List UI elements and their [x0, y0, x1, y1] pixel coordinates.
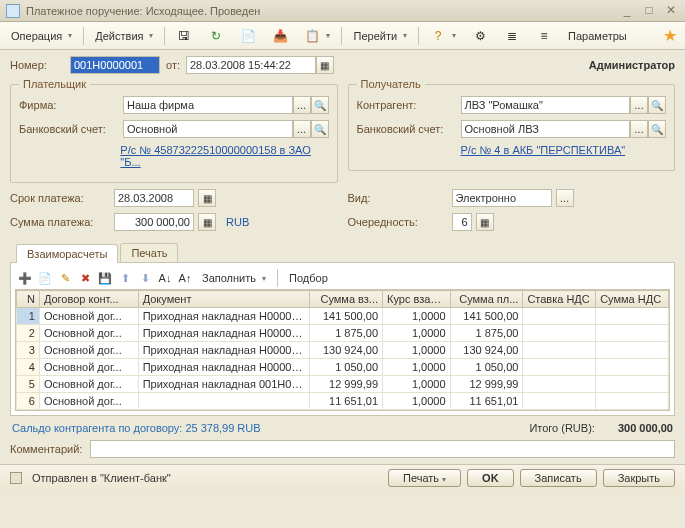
- maximize-icon[interactable]: □: [641, 4, 657, 18]
- payer-account-input[interactable]: Основной: [123, 120, 293, 138]
- payee-details-link[interactable]: Р/с № 4 в АКБ "ПЕРСПЕКТИВА": [461, 144, 626, 156]
- save-icon[interactable]: 🖫: [169, 25, 199, 47]
- select-icon[interactable]: …: [630, 96, 648, 114]
- col-doc[interactable]: Документ: [138, 291, 310, 308]
- col-contract[interactable]: Договор конт...: [39, 291, 138, 308]
- window-title: Платежное поручение: Исходящее. Проведен: [26, 5, 619, 17]
- payer-account-label: Банковский счет:: [19, 123, 119, 135]
- payee-account-input[interactable]: Основной ЛВЗ: [461, 120, 631, 138]
- save-grid-icon[interactable]: 💾: [97, 270, 113, 286]
- close-button[interactable]: Закрыть: [603, 469, 675, 487]
- search-icon[interactable]: 🔍: [311, 120, 329, 138]
- sum-label: Сумма платежа:: [10, 216, 110, 228]
- comment-label: Комментарий:: [10, 443, 90, 455]
- fill-button[interactable]: Заполнить: [197, 271, 271, 285]
- goto-menu[interactable]: Перейти: [346, 27, 414, 45]
- col-rate[interactable]: Курс взаи...: [383, 291, 451, 308]
- copy-dropdown-icon[interactable]: 📋: [297, 25, 337, 47]
- tab-settlements[interactable]: Взаиморасчеты: [16, 244, 118, 263]
- search-icon[interactable]: 🔍: [311, 96, 329, 114]
- due-date-input[interactable]: 28.03.2008: [114, 189, 194, 207]
- sent-to-bank-label: Отправлен в "Клиент-банк": [32, 472, 171, 484]
- number-input[interactable]: 001H0000001: [70, 56, 160, 74]
- balance-label: Сальдо контрагента по договору: 25 378,9…: [12, 422, 261, 434]
- total-value: 300 000,00: [618, 422, 673, 434]
- select-icon[interactable]: …: [556, 189, 574, 207]
- user-label: Администратор: [589, 59, 675, 71]
- queue-input[interactable]: 6: [452, 213, 472, 231]
- tab-print[interactable]: Печать: [120, 243, 178, 262]
- sort-asc-icon[interactable]: A↓: [157, 270, 173, 286]
- calculator-icon[interactable]: ▦: [198, 213, 216, 231]
- list-icon[interactable]: ≣: [497, 25, 527, 47]
- payee-legend: Получатель: [357, 78, 425, 90]
- col-ndssum[interactable]: Сумма НДС: [596, 291, 669, 308]
- star-icon[interactable]: ★: [663, 26, 681, 45]
- parameters-button[interactable]: Параметры: [561, 27, 634, 45]
- payee-account-label: Банковский счет:: [357, 123, 457, 135]
- actions-menu[interactable]: Действия: [88, 27, 160, 45]
- minimize-icon[interactable]: _: [619, 4, 635, 18]
- select-icon[interactable]: …: [630, 120, 648, 138]
- payer-legend: Плательщик: [19, 78, 90, 90]
- table-row[interactable]: 6 Основной дог... 11 651,011,0000 11 651…: [17, 393, 669, 410]
- tabs: Взаиморасчеты Печать: [10, 243, 675, 263]
- save-button[interactable]: Записать: [520, 469, 597, 487]
- currency-label: RUB: [226, 216, 249, 228]
- payer-group: Плательщик Фирма: Наша фирма … 🔍 Банковс…: [10, 78, 338, 183]
- grid-toolbar: ➕ 📄 ✎ ✖ 💾 ⬆ ⬇ A↓ A↑ Заполнить Подбор: [15, 267, 670, 289]
- col-n[interactable]: N: [17, 291, 40, 308]
- main-toolbar: Операция Действия 🖫 ↻ 📄 📥 📋 Перейти ? ⚙ …: [0, 22, 685, 50]
- total-label: Итого (RUB):: [529, 422, 595, 434]
- kind-input[interactable]: Электронно: [452, 189, 552, 207]
- edit-row-icon[interactable]: ✎: [57, 270, 73, 286]
- delete-row-icon[interactable]: ✖: [77, 270, 93, 286]
- move-down-icon[interactable]: ⬇: [137, 270, 153, 286]
- col-ndsrate[interactable]: Ставка НДС: [523, 291, 596, 308]
- date-picker-icon[interactable]: ▦: [198, 189, 216, 207]
- date-input[interactable]: 28.03.2008 15:44:22: [186, 56, 316, 74]
- select-icon[interactable]: …: [293, 120, 311, 138]
- comment-input[interactable]: [90, 440, 675, 458]
- table-row[interactable]: 1 Основной дог...Приходная накладная H00…: [17, 308, 669, 325]
- print-button[interactable]: Печать: [388, 469, 461, 487]
- settlements-grid[interactable]: N Договор конт... Документ Сумма вз... К…: [15, 289, 670, 411]
- add-row-icon[interactable]: ➕: [17, 270, 33, 286]
- col-sumpl[interactable]: Сумма пл...: [450, 291, 523, 308]
- col-sumvz[interactable]: Сумма вз...: [310, 291, 383, 308]
- date-picker-icon[interactable]: ▦: [316, 56, 334, 74]
- doc-icon: [6, 4, 20, 18]
- sum-input[interactable]: 300 000,00: [114, 213, 194, 231]
- input-based-icon[interactable]: 📥: [265, 25, 295, 47]
- move-up-icon[interactable]: ⬆: [117, 270, 133, 286]
- close-icon[interactable]: ✕: [663, 4, 679, 18]
- calculator-icon[interactable]: ▦: [476, 213, 494, 231]
- new-doc-icon[interactable]: 📄: [233, 25, 263, 47]
- table-row[interactable]: 4 Основной дог...Приходная накладная H00…: [17, 359, 669, 376]
- post-icon[interactable]: ↻: [201, 25, 231, 47]
- kind-label: Вид:: [348, 192, 448, 204]
- structure-icon[interactable]: ⚙: [465, 25, 495, 47]
- search-icon[interactable]: 🔍: [648, 96, 666, 114]
- sent-to-bank-checkbox[interactable]: [10, 472, 22, 484]
- firm-input[interactable]: Наша фирма: [123, 96, 293, 114]
- due-label: Срок платежа:: [10, 192, 110, 204]
- sort-desc-icon[interactable]: A↑: [177, 270, 193, 286]
- table-row[interactable]: 3 Основной дог...Приходная накладная H00…: [17, 342, 669, 359]
- select-icon[interactable]: …: [293, 96, 311, 114]
- search-icon[interactable]: 🔍: [648, 120, 666, 138]
- table-row[interactable]: 2 Основной дог...Приходная накладная H00…: [17, 325, 669, 342]
- contragent-label: Контрагент:: [357, 99, 457, 111]
- firm-label: Фирма:: [19, 99, 119, 111]
- payer-details-link[interactable]: Р/с № 45873222510000000158 в ЗАО "Б...: [120, 144, 328, 168]
- clone-row-icon[interactable]: 📄: [37, 270, 53, 286]
- help-icon[interactable]: ?: [423, 25, 463, 47]
- queue-label: Очередность:: [348, 216, 448, 228]
- print-toolbar-icon[interactable]: ≡: [529, 25, 559, 47]
- select-button[interactable]: Подбор: [284, 271, 333, 285]
- table-row[interactable]: 5 Основной дог...Приходная накладная 001…: [17, 376, 669, 393]
- contragent-input[interactable]: ЛВЗ "Ромашка": [461, 96, 631, 114]
- ok-button[interactable]: OK: [467, 469, 514, 487]
- operation-menu[interactable]: Операция: [4, 27, 79, 45]
- payee-group: Получатель Контрагент: ЛВЗ "Ромашка" … 🔍…: [348, 78, 676, 171]
